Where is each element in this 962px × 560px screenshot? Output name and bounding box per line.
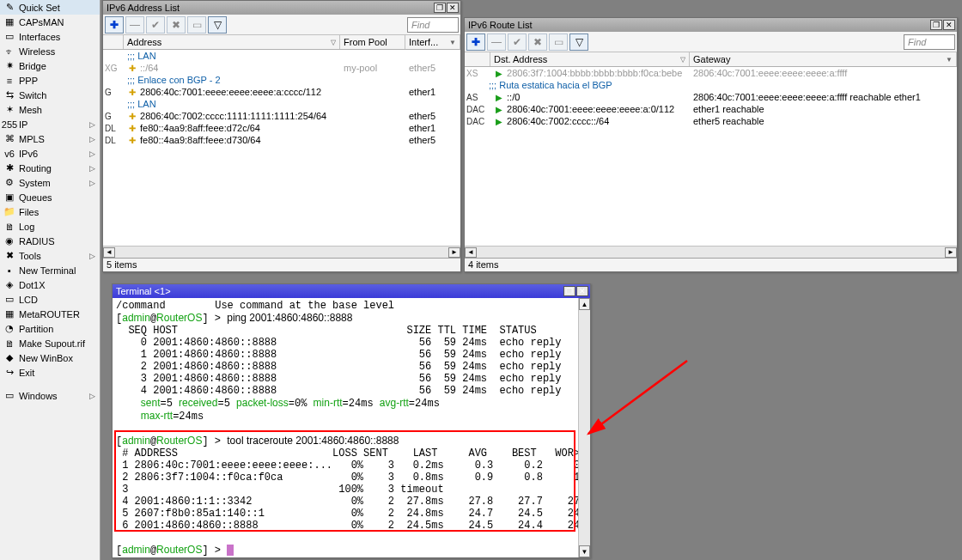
menu-icon: 🗎 (3, 338, 15, 350)
window-title: IPv6 Address List (105, 3, 433, 13)
window-titlebar[interactable]: Terminal <1> ❐ ✕ (113, 284, 590, 298)
submenu-arrow-icon: ▷ (89, 179, 96, 187)
window-title: IPv6 Route List (466, 20, 929, 30)
sidebar-item-queues[interactable]: ▣Queues (0, 190, 100, 204)
table-row[interactable]: DL✚ fe80::4aa9:8aff:feee:d730/64ether5 (103, 134, 460, 146)
sidebar-item-label: Switch (19, 90, 96, 100)
sidebar-item-routing[interactable]: ✱Routing▷ (0, 161, 100, 175)
find-input[interactable]: Find (407, 17, 459, 33)
sidebar-item-label: PPP (19, 76, 96, 86)
sidebar-item-wireless[interactable]: ᯤWireless (0, 44, 100, 58)
sidebar-item-label: Quick Set (19, 3, 96, 13)
window-titlebar[interactable]: IPv6 Route List ❐ ✕ (465, 18, 957, 32)
disable-button[interactable]: ✖ (167, 16, 186, 33)
sidebar-item-label: LCD (19, 295, 96, 305)
route-icon: ▶ (494, 117, 504, 126)
table-row[interactable]: XS▶ 2806:3f7:1004:bbbb:bbbb:bbbb:f0ca:be… (465, 67, 957, 79)
table-row[interactable]: G✚ 2806:40c:7002:cccc:1111:1111:1111:254… (103, 110, 460, 122)
restore-button[interactable]: ❐ (930, 20, 942, 30)
menu-icon: ▭ (3, 390, 15, 402)
route-table[interactable]: XS▶ 2806:3f7:1004:bbbb:bbbb:bbbb:f0ca:be… (465, 67, 957, 246)
window-titlebar[interactable]: IPv6 Address List ❐ ✕ (103, 1, 460, 15)
table-row[interactable]: DAC▶ 2806:40c:7002:cccc::/64ether5 reach… (465, 115, 957, 127)
sidebar-item-label: MPLS (19, 134, 86, 144)
col-dst-address[interactable]: Dst. Address▽ (490, 52, 690, 66)
filter-button[interactable]: ▽ (208, 16, 227, 33)
disable-button[interactable]: ✖ (528, 33, 547, 51)
col-address[interactable]: Address▽ (124, 35, 340, 49)
sidebar-item-exit[interactable]: ↪Exit (0, 365, 100, 380)
restore-button[interactable]: ❐ (434, 3, 446, 13)
add-button[interactable]: ✚ (105, 16, 124, 33)
sidebar-item-make-supout.rif[interactable]: 🗎Make Supout.rif (0, 336, 100, 350)
col-gateway[interactable]: Gateway▼ (690, 52, 957, 66)
menu-icon: ◉ (3, 235, 15, 247)
restore-button[interactable]: ❐ (563, 286, 575, 296)
close-button[interactable]: ✕ (576, 286, 588, 296)
sidebar-item-quick-set[interactable]: ✎Quick Set (0, 0, 100, 15)
sidebar-item-lcd[interactable]: ▭LCD (0, 292, 100, 307)
sidebar-item-tools[interactable]: ✖Tools▷ (0, 248, 100, 263)
submenu-arrow-icon: ▷ (89, 135, 96, 143)
comment-button[interactable]: ▭ (549, 33, 568, 51)
sidebar-item-files[interactable]: 📁Files (0, 204, 100, 219)
menu-icon: ⌘ (3, 133, 15, 145)
table-row[interactable]: XG✚ ::/64my-poolether5 (103, 62, 460, 74)
address-icon: ✚ (127, 124, 137, 133)
close-button[interactable]: ✕ (943, 20, 955, 30)
add-button[interactable]: ✚ (466, 33, 485, 51)
table-comment: ;;; LAN (103, 50, 460, 62)
sidebar-item-system[interactable]: ⚙System▷ (0, 175, 100, 190)
menu-icon: ▭ (3, 294, 15, 306)
table-row[interactable]: G✚ 2806:40c:7001:eeee:eeee:eeee:a:cccc/1… (103, 86, 460, 98)
menu-icon: 🗎 (3, 221, 15, 233)
sidebar-item-new-winbox[interactable]: ◆New WinBox (0, 350, 100, 365)
address-icon: ✚ (127, 112, 137, 121)
route-icon: ▶ (494, 69, 504, 78)
sidebar-item-interfaces[interactable]: ▭Interfaces (0, 29, 100, 44)
submenu-arrow-icon: ▷ (89, 252, 96, 260)
menu-icon: ▪ (3, 265, 15, 277)
remove-button[interactable]: — (487, 33, 506, 51)
comment-button[interactable]: ▭ (187, 16, 206, 33)
toolbar: ✚ — ✔ ✖ ▭ ▽ Find (103, 15, 460, 35)
find-input[interactable]: Find (904, 34, 955, 50)
close-button[interactable]: ✕ (447, 3, 459, 13)
table-row[interactable]: DAC▶ 2806:40c:7001:eeee:eeee:eeee:a:0/11… (465, 103, 957, 115)
filter-button[interactable]: ▽ (569, 33, 588, 51)
table-row[interactable]: AS▶ ::/02806:40c:7001:eeee:eeee:eeee:a:f… (465, 91, 957, 103)
col-from-pool[interactable]: From Pool (340, 35, 405, 49)
vscrollbar[interactable]: ▲▼ (578, 298, 590, 557)
sidebar-item-capsman[interactable]: ▦CAPsMAN (0, 15, 100, 29)
address-icon: ✚ (127, 64, 137, 73)
sidebar-item-mpls[interactable]: ⌘MPLS▷ (0, 131, 100, 146)
sidebar-item-ip[interactable]: 255IP▷ (0, 117, 100, 131)
table-comment: ;;; Ruta estatica hacia el BGP (465, 79, 957, 91)
col-interface[interactable]: Interf...▼ (405, 35, 460, 49)
table-row[interactable]: DL✚ fe80::4aa9:8aff:feee:d72c/64ether1 (103, 122, 460, 134)
sidebar-item-log[interactable]: 🗎Log (0, 219, 100, 234)
sidebar-item-radius[interactable]: ◉RADIUS (0, 234, 100, 248)
sidebar-item-switch[interactable]: ⇆Switch (0, 88, 100, 102)
hscrollbar[interactable]: ◄► (103, 246, 460, 258)
enable-button[interactable]: ✔ (146, 16, 165, 33)
sidebar-item-dot1x[interactable]: ◈Dot1X (0, 277, 100, 292)
menu-icon: ◆ (3, 352, 15, 364)
sidebar-item-partition[interactable]: ◔Partition (0, 321, 100, 336)
sidebar-item-metarouter[interactable]: ▦MetaROUTER (0, 307, 100, 321)
sidebar-item-label: New Terminal (19, 265, 96, 276)
sidebar-item-ipv6[interactable]: v6IPv6▷ (0, 146, 100, 161)
sidebar-item-label: Wireless (19, 46, 96, 57)
sidebar-item-ppp[interactable]: ≡PPP (0, 73, 100, 88)
sidebar-item-windows[interactable]: ▭Windows▷ (0, 388, 100, 403)
sidebar-item-new-terminal[interactable]: ▪New Terminal (0, 263, 100, 277)
address-table[interactable]: ;;; LANXG✚ ::/64my-poolether5;;; Enlace … (103, 50, 460, 246)
sidebar-item-label: RADIUS (19, 236, 96, 247)
hscrollbar[interactable]: ◄► (465, 246, 957, 258)
menu-icon: ᯤ (3, 46, 15, 58)
enable-button[interactable]: ✔ (508, 33, 527, 51)
terminal-output[interactable]: /command Use command at the base level [… (113, 298, 578, 557)
remove-button[interactable]: — (125, 16, 144, 33)
sidebar-item-bridge[interactable]: ✷Bridge (0, 58, 100, 73)
sidebar-item-mesh[interactable]: ✶Mesh (0, 102, 100, 117)
